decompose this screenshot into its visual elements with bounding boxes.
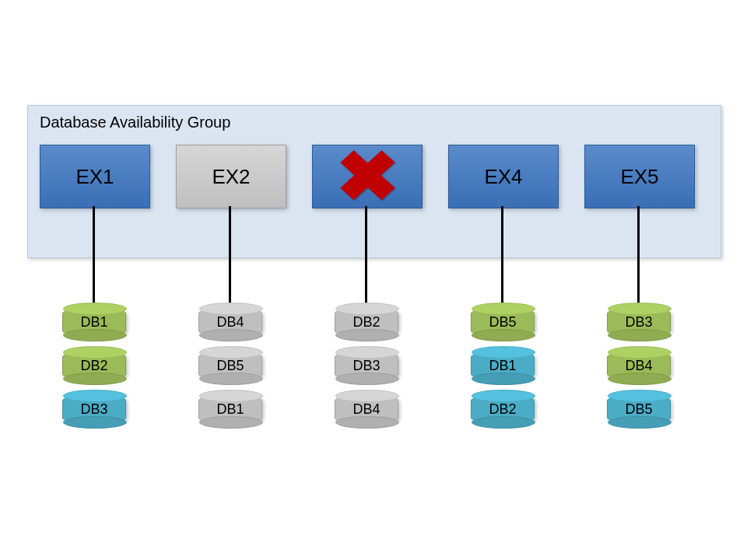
db-stack-4: DB5DB1DB2 [471,307,533,438]
db-cylinder: DB2 [471,394,535,424]
connector-line [637,206,640,303]
connector-line [229,206,231,303]
db-label: DB5 [489,314,516,331]
db-stack-2: DB4DB5DB1 [198,307,261,438]
db-cylinder: DB3 [335,351,398,380]
db-stack-5: DB3DB4DB5 [607,307,669,438]
db-label: DB3 [352,358,380,374]
db-cylinder: DB2 [62,351,126,380]
db-cylinder: DB1 [198,394,262,424]
db-cylinder: DB4 [335,394,398,424]
dag-container: Database Availability Group EX1EX2✖EX4EX… [27,105,721,258]
db-label: DB5 [216,358,244,374]
server-label: EX5 [620,165,658,189]
server-box-5: EX5 [584,145,695,208]
db-stack-1: DB1DB2DB3 [62,307,124,438]
db-label: DB3 [625,314,652,331]
db-stack-3: DB2DB3DB4 [335,307,397,438]
server-box-3: ✖ [312,145,423,208]
db-label: DB4 [352,401,380,418]
connector-line [93,206,95,303]
server-label: EX4 [484,165,522,189]
db-label: DB4 [625,358,652,374]
server-label: EX2 [212,165,250,189]
connector-line [365,206,367,303]
server-box-1: EX1 [40,145,150,208]
db-label: DB2 [352,314,380,331]
db-label: DB3 [80,401,107,418]
db-label: DB1 [489,358,516,374]
failed-x-icon: ✖ [335,142,400,212]
db-cylinder: DB5 [471,307,535,337]
server-box-2: EX2 [176,145,286,208]
db-cylinder: DB3 [607,307,671,337]
db-cylinder: DB1 [62,307,126,337]
db-label: DB2 [489,401,516,418]
db-cylinder: DB3 [62,394,126,424]
db-cylinder: DB1 [471,351,535,380]
db-cylinder: DB5 [607,394,671,424]
db-label: DB2 [80,358,107,374]
connector-line [501,206,503,303]
server-label: EX1 [75,165,114,189]
db-cylinder: DB2 [335,307,398,337]
db-label: DB4 [216,314,244,331]
server-box-4: EX4 [448,145,559,208]
db-cylinder: DB4 [198,307,262,337]
db-cylinder: DB4 [607,351,671,380]
db-label: DB5 [625,401,652,418]
db-label: DB1 [216,401,244,418]
db-cylinder: DB5 [198,351,262,380]
dag-title: Database Availability Group [40,114,230,131]
db-label: DB1 [80,314,107,331]
